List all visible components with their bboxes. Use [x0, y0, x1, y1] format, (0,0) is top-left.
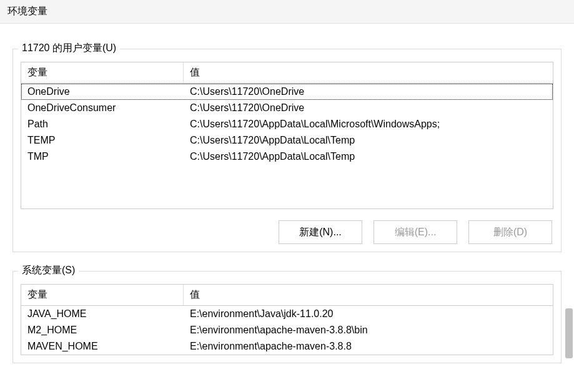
- table-row[interactable]: M2_HOMEE:\environment\apache-maven-3.8.8…: [21, 322, 553, 338]
- table-row[interactable]: OneDriveConsumerC:\Users\11720\OneDrive: [21, 100, 553, 116]
- user-row-value: C:\Users\11720\OneDrive: [184, 84, 553, 100]
- table-row[interactable]: PathC:\Users\11720\AppData\Local\Microso…: [21, 116, 553, 132]
- table-row[interactable]: JAVA_HOMEE:\environment\Java\jdk-11.0.20: [21, 306, 553, 322]
- user-row-variable: TEMP: [21, 132, 184, 149]
- user-new-button[interactable]: 新建(N)...: [279, 220, 362, 244]
- dialog-title: 环境变量: [0, 0, 574, 24]
- scrollbar-thumb[interactable]: [565, 308, 573, 358]
- system-table-header: 变量 值: [21, 285, 553, 306]
- system-variables-group: 系统变量(S) 变量 值 JAVA_HOMEE:\environment\Jav…: [12, 271, 562, 363]
- system-variables-label: 系统变量(S): [18, 264, 79, 277]
- user-row-variable: OneDrive: [21, 84, 184, 100]
- system-row-variable: MAVEN_HOME: [21, 338, 184, 355]
- system-row-variable: JAVA_HOME: [21, 306, 184, 322]
- user-row-value: C:\Users\11720\AppData\Local\Temp: [184, 149, 553, 165]
- user-row-variable: TMP: [21, 149, 184, 165]
- user-row-value: C:\Users\11720\OneDrive: [184, 100, 553, 116]
- user-edit-button[interactable]: 编辑(E)...: [374, 220, 457, 244]
- user-table-body: OneDriveC:\Users\11720\OneDriveOneDriveC…: [21, 84, 553, 208]
- user-header-variable[interactable]: 变量: [21, 62, 184, 83]
- user-row-variable: Path: [21, 116, 184, 132]
- user-variables-group: 11720 的用户变量(U) 变量 值 OneDriveC:\Users\117…: [12, 49, 562, 252]
- table-row[interactable]: OneDriveC:\Users\11720\OneDrive: [21, 84, 553, 100]
- system-header-variable[interactable]: 变量: [21, 285, 184, 305]
- system-row-value: E:\environment\apache-maven-3.8.8: [184, 338, 553, 355]
- system-row-value: E:\environment\apache-maven-3.8.8\bin: [184, 322, 553, 338]
- user-variables-label: 11720 的用户变量(U): [18, 42, 120, 55]
- table-row[interactable]: TEMPC:\Users\11720\AppData\Local\Temp: [21, 132, 553, 149]
- user-table-header: 变量 值: [21, 62, 553, 84]
- user-header-value[interactable]: 值: [184, 62, 553, 83]
- system-header-value[interactable]: 值: [184, 285, 553, 305]
- table-row[interactable]: TMPC:\Users\11720\AppData\Local\Temp: [21, 149, 553, 165]
- content-area: 11720 的用户变量(U) 变量 值 OneDriveC:\Users\117…: [0, 24, 574, 363]
- user-row-value: C:\Users\11720\AppData\Local\Microsoft\W…: [184, 116, 553, 132]
- user-button-row: 新建(N)... 编辑(E)... 删除(D): [21, 220, 553, 244]
- user-row-variable: OneDriveConsumer: [21, 100, 184, 116]
- user-delete-button[interactable]: 删除(D): [468, 220, 552, 244]
- user-variables-table[interactable]: 变量 值 OneDriveC:\Users\11720\OneDriveOneD…: [21, 62, 553, 209]
- system-variables-table[interactable]: 变量 值 JAVA_HOMEE:\environment\Java\jdk-11…: [21, 284, 553, 355]
- table-row[interactable]: MAVEN_HOMEE:\environment\apache-maven-3.…: [21, 338, 553, 355]
- user-row-value: C:\Users\11720\AppData\Local\Temp: [184, 132, 553, 149]
- system-row-variable: M2_HOME: [21, 322, 184, 338]
- system-row-value: E:\environment\Java\jdk-11.0.20: [184, 306, 553, 322]
- system-table-body: JAVA_HOMEE:\environment\Java\jdk-11.0.20…: [21, 306, 553, 355]
